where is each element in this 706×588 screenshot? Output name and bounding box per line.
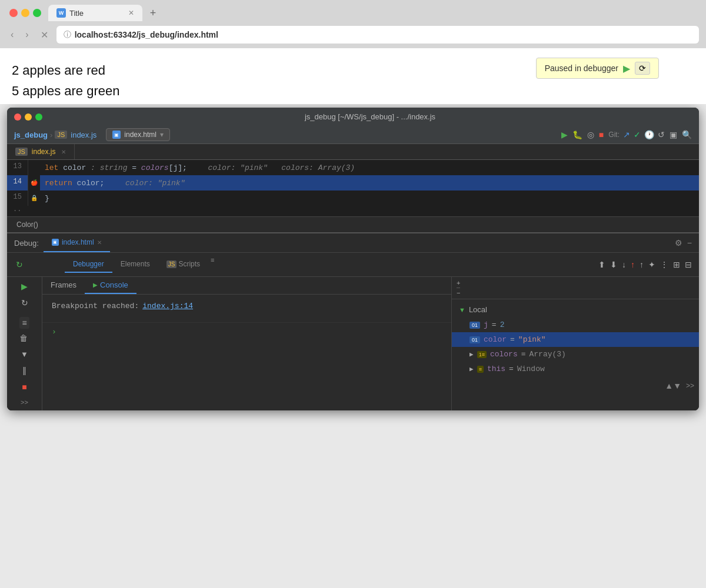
debug-icon[interactable]: 🐛 bbox=[572, 130, 582, 139]
run-icon[interactable]: ▶ bbox=[561, 130, 568, 139]
ide-tl-green[interactable] bbox=[35, 113, 42, 121]
scroll-up-icon[interactable]: ▲ bbox=[665, 381, 673, 390]
run-config[interactable]: ▣ index.html ▾ bbox=[106, 128, 170, 141]
line-content-13: let color : string = colors [j]; color: … bbox=[40, 160, 699, 175]
debug-tab-indexhtml[interactable]: ▣ index.html ✕ bbox=[44, 233, 110, 252]
line-num-13: 13 bbox=[7, 160, 28, 175]
debug-settings-icon[interactable]: ⚙ bbox=[675, 238, 682, 248]
resume-debug-btn[interactable]: ▶ bbox=[21, 282, 28, 291]
editor-tabs: JS index.js ✕ bbox=[7, 144, 699, 160]
debug-toolbar: ↻ Debugger Elements JSScripts ≡ ⬆ ⬇ ↓ ↑ … bbox=[7, 253, 699, 277]
debug-panel: Debug: ▣ index.html ✕ ⚙ − ↻ Debugger Ele… bbox=[7, 232, 699, 410]
remove-variable-icon[interactable]: − bbox=[457, 288, 460, 296]
run-to-cursor-icon[interactable]: ↑ bbox=[640, 260, 644, 269]
var-row-this[interactable]: ▶ ≡ this = Window bbox=[452, 362, 699, 376]
step-out-icon[interactable]: ↓ bbox=[622, 260, 626, 269]
stop-debug-btn[interactable]: ■ bbox=[22, 382, 26, 392]
var-key-colors: colors bbox=[490, 350, 518, 359]
var-row-color[interactable]: 01 color = "pink" bbox=[452, 332, 699, 347]
debugger-subtab[interactable]: Debugger bbox=[65, 256, 112, 273]
variables-header: + − bbox=[452, 277, 699, 299]
var-row-colors[interactable]: ▶ 1≡ colors = Array(3) bbox=[452, 347, 699, 362]
add-variable-icon[interactable]: + bbox=[457, 279, 460, 286]
var-val-color: "pink" bbox=[518, 335, 546, 344]
table-icon[interactable]: ⊞ bbox=[673, 260, 680, 269]
editor-tab-close[interactable]: ✕ bbox=[61, 149, 66, 155]
search-icon[interactable]: 🔍 bbox=[682, 130, 692, 139]
editor-tab-label: index.js bbox=[32, 148, 56, 156]
this-expand-icon: ▶ bbox=[469, 365, 474, 373]
browser-tl-green[interactable] bbox=[33, 9, 41, 17]
layout-icon[interactable]: ▣ bbox=[670, 130, 677, 139]
new-tab-button[interactable]: + bbox=[145, 5, 161, 21]
mute-btn[interactable]: 🗑 bbox=[19, 333, 29, 343]
line-content-15: } bbox=[40, 191, 699, 206]
console-prompt[interactable]: › bbox=[42, 322, 451, 341]
var-row-j[interactable]: 01 j = 2 bbox=[452, 318, 699, 332]
run-config-dropdown[interactable]: ▾ bbox=[160, 131, 164, 139]
scripts-subtab[interactable]: JSScripts bbox=[158, 256, 208, 273]
git-push-icon[interactable]: ↗ bbox=[623, 130, 630, 139]
colors-ref: colors bbox=[141, 163, 169, 172]
local-header[interactable]: ▼ Local bbox=[452, 302, 699, 318]
debug-tab-close[interactable]: ✕ bbox=[97, 239, 102, 246]
gutter-15: 🔒 bbox=[28, 191, 40, 206]
back-button[interactable]: ‹ bbox=[7, 28, 17, 41]
stop-button[interactable]: ⟳ bbox=[635, 62, 650, 75]
ide-tl-yellow[interactable] bbox=[25, 113, 32, 121]
step-into-icon[interactable]: ⬇ bbox=[610, 260, 617, 269]
debug-content: ▶ ↻ ≡ 🗑 ▼ ‖ ■ >> Frames bbox=[7, 277, 699, 410]
ide-window: js_debug [~/WS/js_debug] - .../index.js … bbox=[7, 108, 699, 410]
editor-tab-indexjs[interactable]: JS index.js ✕ bbox=[7, 144, 75, 159]
local-expand-arrow: ▼ bbox=[459, 306, 465, 313]
code-line-14: 14 🍎 return color; color: "pink" bbox=[7, 175, 699, 191]
step-into-debug-btn[interactable]: ≡ bbox=[19, 317, 29, 329]
call-stack-label: Color() bbox=[7, 216, 699, 232]
colors-expand-icon: ▶ bbox=[469, 350, 474, 358]
forward-button[interactable]: › bbox=[22, 28, 32, 41]
paused-badge-text: Paused in debugger bbox=[545, 64, 618, 73]
step-over-icon[interactable]: ⬆ bbox=[598, 260, 605, 269]
local-variables-section: ▼ Local 01 j = 2 01 bbox=[452, 299, 699, 379]
scroll-down-icon[interactable]: ▼ bbox=[673, 381, 681, 390]
var-key-color: color bbox=[484, 335, 507, 344]
browser-tab-active[interactable]: W Title ✕ bbox=[48, 5, 142, 21]
elements-subtab[interactable]: Elements bbox=[112, 256, 158, 273]
var-eq-j: = bbox=[492, 320, 497, 329]
git-check-icon[interactable]: ✓ bbox=[634, 130, 641, 139]
step-debug-btn[interactable]: ↻ bbox=[21, 298, 28, 308]
evaluate-icon[interactable]: ✦ bbox=[648, 260, 655, 269]
layout-debug-icon[interactable]: ⊟ bbox=[685, 260, 692, 269]
tab-close-button[interactable]: ✕ bbox=[128, 9, 134, 17]
filter-btn[interactable]: ▼ bbox=[21, 350, 28, 359]
url-bar[interactable]: ⓘ localhost:63342/js_debug/index.html bbox=[56, 26, 699, 44]
coverage-icon[interactable]: ◎ bbox=[587, 130, 594, 139]
more-tabs-icon[interactable]: ≡ bbox=[208, 256, 217, 273]
address-bar: ‹ › ✕ ⓘ localhost:63342/js_debug/index.h… bbox=[0, 21, 706, 48]
browser-tl-red[interactable] bbox=[9, 9, 18, 17]
debug-minimize-icon[interactable]: − bbox=[687, 238, 692, 248]
console-tab[interactable]: ▶ Console bbox=[85, 277, 136, 294]
code-editor: 13 let color : string = colors [j]; colo… bbox=[7, 160, 699, 216]
git-history-icon[interactable]: 🕐 bbox=[644, 130, 654, 139]
close-nav-button[interactable]: ✕ bbox=[37, 28, 52, 42]
code-ellipsis: ·· bbox=[7, 206, 699, 216]
step-back-icon[interactable]: ↑ bbox=[631, 260, 635, 269]
more-vars-icon[interactable]: >> bbox=[686, 382, 694, 390]
local-label: Local bbox=[469, 305, 487, 314]
more-debug-btn[interactable]: >> bbox=[21, 399, 28, 406]
stop-icon[interactable]: ■ bbox=[599, 130, 604, 139]
pause-btn[interactable]: ‖ bbox=[22, 366, 26, 375]
resume-button[interactable]: ▶ bbox=[623, 63, 630, 74]
info-icon: ⓘ bbox=[64, 29, 71, 40]
watch-icon[interactable]: ⋮ bbox=[660, 260, 668, 269]
frames-tab[interactable]: Frames bbox=[42, 277, 85, 294]
browser-tl-yellow[interactable] bbox=[21, 9, 29, 17]
breakpoint-link[interactable]: index.js:14 bbox=[142, 302, 193, 310]
tab-title: Title bbox=[69, 9, 84, 18]
refresh-icon[interactable]: ↻ bbox=[14, 258, 25, 271]
ide-tl-red[interactable] bbox=[14, 113, 21, 121]
breadcrumb-js-badge: JS bbox=[55, 131, 67, 139]
git-revert-icon[interactable]: ↺ bbox=[658, 130, 665, 139]
frames-console-tabs: Frames ▶ Console bbox=[42, 277, 451, 295]
